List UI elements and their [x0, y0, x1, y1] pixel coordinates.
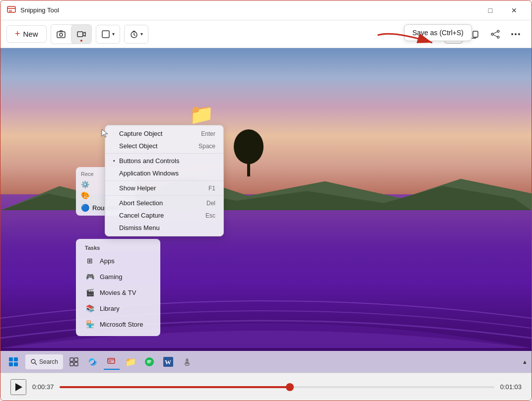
camera-icon [56, 29, 66, 39]
timer-dropdown[interactable]: ▾ [124, 25, 148, 44]
svg-point-14 [491, 33, 493, 35]
context-menu-item-helper[interactable]: Show Helper F1 [105, 182, 223, 194]
active-indicator [80, 40, 82, 42]
folder-icon: 📁 [189, 103, 214, 126]
svg-rect-22 [74, 358, 78, 361]
svg-rect-3 [57, 32, 65, 38]
context-menu-item-cancel[interactable]: Cancel Capture Esc [105, 209, 223, 222]
svg-rect-21 [70, 358, 73, 361]
progress-fill [60, 386, 290, 388]
titlebar: Snipping Tool □ ✕ [0, 0, 532, 20]
context-menu-item-abort[interactable]: Abort Selection Del [105, 197, 223, 209]
context-menu-item-dismiss[interactable]: Dismiss Menu [105, 222, 223, 234]
abort-label: Abort Selection [119, 199, 206, 207]
start-item-apps[interactable]: ⊞ Apps [81, 253, 155, 269]
start-item-library[interactable]: 📚 Library [81, 300, 155, 316]
context-menu-item-capture[interactable]: Capture Object Enter [105, 127, 223, 140]
more-button[interactable]: ••• [507, 25, 526, 44]
close-button[interactable]: ✕ [503, 0, 526, 20]
new-label: New [23, 30, 38, 38]
windows-taskbar: Search [0, 351, 532, 373]
start-item-store[interactable]: 🏪 Microsoft Store [81, 316, 155, 332]
save-tooltip-text: Save as (Ctrl+S) [412, 29, 464, 37]
usb-taskbar-icon[interactable] [179, 354, 195, 370]
system-tray: ▲ [522, 359, 528, 365]
plus-icon: + [15, 29, 20, 39]
svg-point-15 [497, 36, 499, 38]
chevron-down-icon: ▾ [112, 31, 115, 37]
usb-icon [183, 357, 192, 366]
context-menu-separator-3 [105, 195, 223, 196]
roundedtb-icon: 🔵 [81, 204, 89, 212]
task-view-icon [69, 357, 78, 366]
svg-text:W: W [165, 358, 171, 366]
play-button[interactable] [10, 379, 26, 395]
svg-rect-25 [108, 358, 115, 363]
snipping-icon [107, 356, 117, 366]
recent-item-icon: ⚙️ [81, 180, 89, 188]
select-shortcut: Space [199, 143, 215, 150]
taskbar-search[interactable]: Search [25, 354, 63, 369]
cancel-label: Cancel Capture [119, 212, 205, 219]
start-item-movies[interactable]: 🎬 Movies & TV [81, 285, 155, 300]
window-controls: □ ✕ [479, 0, 526, 20]
share-icon [490, 29, 500, 39]
recent-item-2-icon: 🎨 [81, 191, 89, 199]
helper-label: Show Helper [119, 184, 208, 192]
progress-knob[interactable] [286, 383, 294, 391]
app-icon [6, 5, 16, 15]
new-button[interactable]: + New [6, 25, 47, 43]
chevron-down-icon-2: ▾ [140, 31, 143, 37]
bullet-dot: • [113, 158, 117, 164]
svg-marker-32 [15, 383, 22, 391]
movies-icon: 🎬 [85, 287, 95, 297]
library-label: Library [100, 305, 120, 312]
annotation-dropdown[interactable]: ▾ [96, 25, 120, 44]
start-item-gaming[interactable]: 🎮 Gaming [81, 269, 155, 285]
abort-shortcut: Del [206, 200, 215, 207]
buttons-label: Buttons and Controls [119, 157, 215, 165]
svg-rect-24 [74, 362, 78, 366]
task-view-button[interactable] [66, 354, 82, 370]
tasks-label: Tasks [81, 243, 155, 253]
annotation-icon [101, 30, 110, 39]
video-mode-button[interactable] [71, 25, 91, 44]
context-menu-item-select[interactable]: Select Object Space [105, 140, 223, 152]
svg-rect-2 [9, 10, 12, 12]
spotify-icon [145, 357, 154, 366]
library-icon: 📚 [85, 303, 95, 313]
svg-line-20 [35, 363, 37, 365]
svg-point-13 [497, 30, 499, 32]
snipping-tool-taskbar-icon[interactable] [104, 354, 120, 370]
explorer-taskbar-icon[interactable]: 📁 [123, 354, 138, 370]
svg-rect-18 [247, 162, 250, 176]
spotify-taskbar-icon[interactable] [141, 354, 157, 370]
windows-logo [9, 357, 18, 366]
timer-icon [130, 30, 138, 39]
edge-icon [88, 357, 98, 367]
end-time: 0:01:03 [500, 383, 522, 391]
svg-point-4 [60, 33, 63, 36]
toolbar: + New [0, 20, 532, 48]
window-title: Snipping Tool [20, 6, 479, 14]
context-menu-item-buttons[interactable]: • Buttons and Controls [105, 155, 223, 167]
helper-shortcut: F1 [208, 185, 215, 192]
current-time: 0:00:37 [32, 383, 54, 391]
dismiss-label: Dismiss Menu [119, 224, 215, 231]
word-taskbar-icon[interactable]: W [160, 354, 176, 370]
edge-taskbar-icon[interactable] [85, 354, 101, 370]
maximize-button[interactable]: □ [479, 0, 502, 20]
svg-rect-6 [102, 31, 109, 38]
start-menu-tasks: Tasks ⊞ Apps 🎮 Gaming 🎬 Movies & TV 📚 Li… [76, 239, 160, 336]
progress-bar[interactable] [60, 386, 494, 388]
screenshot-mode-button[interactable] [51, 25, 71, 44]
screenshot-content: 📁 Capture Object Enter [0, 48, 532, 373]
context-menu-item-appwindows[interactable]: Application Windows [105, 167, 223, 179]
share-button[interactable] [486, 25, 505, 44]
start-button[interactable] [4, 353, 22, 371]
more-icon: ••• [511, 30, 522, 38]
select-label: Select Object [119, 142, 199, 150]
app-window: Snipping Tool □ ✕ + New [0, 0, 532, 401]
word-icon: W [163, 357, 173, 367]
capture-mode-group [51, 24, 92, 44]
